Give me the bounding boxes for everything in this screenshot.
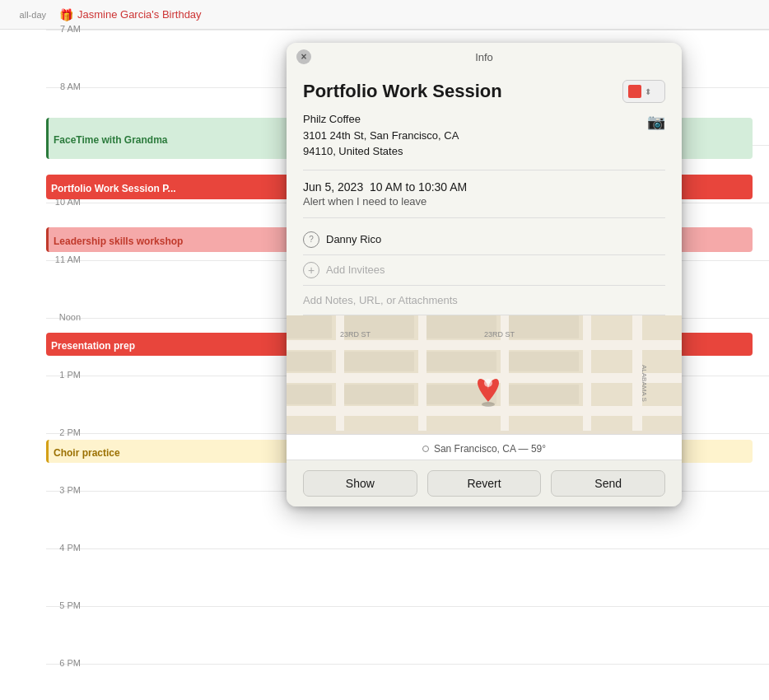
birthday-text: Jasmine Garcia's Birthday <box>77 8 202 21</box>
svg-point-26 <box>484 379 492 387</box>
send-button[interactable]: Send <box>551 470 665 497</box>
svg-rect-16 <box>509 352 579 371</box>
popup-body: Portfolio Work Session ⬍ Philz Coffee 31… <box>287 70 682 315</box>
svg-text:23RD ST: 23RD ST <box>340 330 371 338</box>
revert-button[interactable]: Revert <box>427 470 542 497</box>
location-text: Philz Coffee 3101 24th St, San Francisco… <box>303 111 459 160</box>
popup-footer: Show Revert Send <box>287 460 682 506</box>
event-choir-label: Choir practice <box>54 447 120 459</box>
svg-rect-19 <box>287 352 332 371</box>
event-presentation-label: Presentation prep <box>51 340 135 352</box>
datetime-text: Jun 5, 2023 10 AM to 10:30 AM <box>303 180 665 194</box>
popup-header: × Info <box>287 43 682 70</box>
time-row-6pm: 6 PM <box>46 664 769 700</box>
gift-icon: 🎁 <box>59 8 73 21</box>
location-section: Philz Coffee 3101 24th St, San Francisco… <box>303 111 665 170</box>
event-leadership-label: Leadership skills workshop <box>54 236 183 247</box>
svg-text:23RD ST: 23RD ST <box>484 330 515 338</box>
map-svg: 23RD ST 23RD ST ALABAMA S POTRERO AVE <box>287 315 682 431</box>
svg-rect-20 <box>287 385 332 404</box>
svg-point-25 <box>482 402 495 407</box>
time-label-4pm: 4 PM <box>46 543 87 553</box>
svg-rect-7 <box>583 315 591 431</box>
event-time-range: 10 AM to 10:30 AM <box>370 180 467 194</box>
time-label-7am: 7 AM <box>46 24 87 34</box>
svg-rect-5 <box>418 315 426 431</box>
alert-text: Alert when I need to leave <box>303 195 665 208</box>
add-invitees-icon: + <box>303 262 319 278</box>
time-label-1pm: 1 PM <box>46 370 87 380</box>
close-button[interactable]: × <box>296 49 311 64</box>
datetime-section: Jun 5, 2023 10 AM to 10:30 AM Alert when… <box>303 180 665 218</box>
svg-rect-3 <box>287 406 682 416</box>
svg-rect-18 <box>287 315 332 338</box>
time-label-8am: 8 AM <box>46 82 87 91</box>
color-square <box>628 85 641 98</box>
all-day-row: all-day 🎁 Jasmine Garcia's Birthday <box>0 0 769 30</box>
organizer-icon: ? <box>303 231 319 248</box>
svg-rect-10 <box>344 352 414 371</box>
color-picker-button[interactable]: ⬍ <box>622 80 665 103</box>
map-container[interactable]: 23RD ST 23RD ST ALABAMA S POTRERO AVE Sa… <box>287 315 682 460</box>
all-day-label: all-day <box>7 10 46 20</box>
show-button[interactable]: Show <box>303 470 417 497</box>
svg-rect-1 <box>287 340 682 350</box>
location-address: 3101 24th St, San Francisco, CA94110, Un… <box>303 128 459 160</box>
event-date: Jun 5, 2023 <box>303 180 363 194</box>
svg-text:ALABAMA S: ALABAMA S <box>641 365 648 402</box>
map-location-text: San Francisco, CA — 59° <box>434 443 546 455</box>
map-footer: San Francisco, CA — 59° <box>287 434 682 460</box>
event-title-row: Portfolio Work Session ⬍ <box>303 80 665 103</box>
time-label-5pm: 5 PM <box>46 600 87 610</box>
time-label-2pm: 2 PM <box>46 427 87 437</box>
time-label-6pm: 6 PM <box>46 658 87 668</box>
add-invitees-label: Add Invitees <box>326 264 385 276</box>
organizer-name: Danny Rico <box>326 233 381 245</box>
chevron-updown-icon: ⬍ <box>645 87 651 96</box>
video-camera-icon[interactable]: 📷 <box>647 113 665 131</box>
notes-placeholder[interactable]: Add Notes, URL, or Attachments <box>303 286 665 315</box>
event-facetime-label: FaceTime with Grandma <box>54 134 168 146</box>
organizer-row: ? Danny Rico <box>303 225 665 255</box>
time-label-11am: 11 AM <box>46 254 87 264</box>
svg-rect-17 <box>509 385 579 404</box>
location-name: Philz Coffee <box>303 111 459 128</box>
birthday-event[interactable]: 🎁 Jasmine Garcia's Birthday <box>53 7 208 23</box>
time-label-3pm: 3 PM <box>46 485 87 495</box>
time-row-4pm: 4 PM <box>46 548 769 606</box>
time-row-5pm: 5 PM <box>46 606 769 664</box>
add-invitees-row[interactable]: + Add Invitees <box>303 255 665 286</box>
location-dot-icon <box>422 446 429 452</box>
time-label-noon: Noon <box>46 312 87 322</box>
svg-rect-15 <box>509 315 579 338</box>
popup-title: Info <box>475 51 493 63</box>
svg-rect-11 <box>344 385 414 404</box>
event-portfolio-label: Portfolio Work Session P... <box>51 183 176 194</box>
event-main-title: Portfolio Work Session <box>303 81 502 102</box>
svg-rect-13 <box>426 352 496 371</box>
info-popup: × Info Portfolio Work Session ⬍ Philz Co… <box>287 43 682 506</box>
